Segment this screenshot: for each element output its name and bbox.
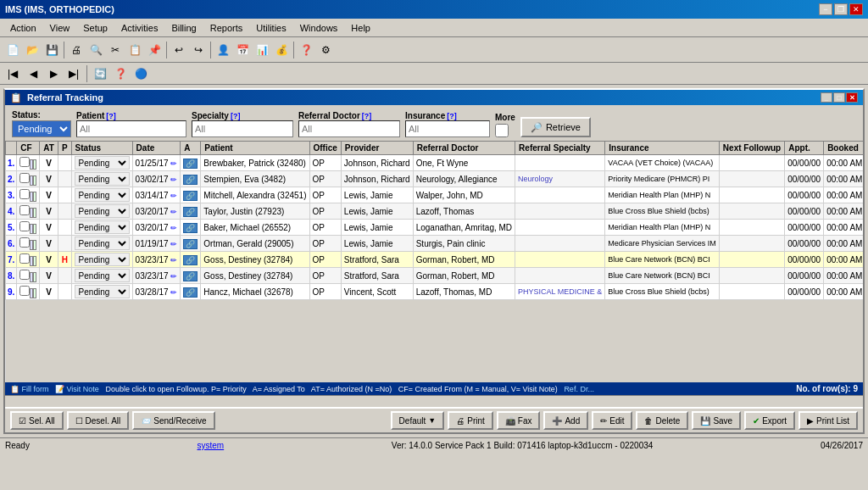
fill-form-link[interactable]: 📋 Fill form xyxy=(10,385,49,393)
row-status-select[interactable]: Pending xyxy=(75,253,130,266)
row-ref-icon[interactable]: 🔗 xyxy=(183,191,198,201)
sel-all-button[interactable]: ☑ Sel. All xyxy=(10,411,64,430)
desel-all-button[interactable]: ☐ Desel. All xyxy=(67,411,130,430)
patient-input[interactable] xyxy=(76,120,186,137)
edit-button[interactable]: ✏ Edit xyxy=(592,411,632,430)
referral-doctor-input[interactable] xyxy=(298,120,400,137)
row-checkbox[interactable] xyxy=(19,221,30,231)
fax-button[interactable]: 📠 Fax xyxy=(497,411,541,430)
row-checkbox[interactable] xyxy=(19,253,30,264)
open-btn[interactable]: 📂 xyxy=(23,41,42,59)
row-edit-icon[interactable]: ✏ xyxy=(170,288,177,297)
print-list-button[interactable]: ▶ Print List xyxy=(798,411,858,430)
row-edit-icon[interactable]: ✏ xyxy=(170,272,177,281)
system-link[interactable]: system xyxy=(198,441,225,450)
close-button[interactable]: ✕ xyxy=(849,3,863,15)
menu-setup[interactable]: Setup xyxy=(76,21,114,35)
row-status-select[interactable]: Pending xyxy=(75,220,130,234)
row-ref-icon[interactable]: 🔗 xyxy=(183,159,198,169)
row-checkbox[interactable] xyxy=(19,189,30,199)
retrieve-button[interactable]: 🔎 Retrieve xyxy=(520,117,591,137)
more-checkbox[interactable] xyxy=(495,124,509,137)
insurance-input[interactable] xyxy=(405,120,490,137)
delete-button[interactable]: 🗑 Delete xyxy=(636,411,688,430)
row-checkbox[interactable] xyxy=(19,157,30,167)
help2-btn[interactable]: ❓ xyxy=(111,64,130,83)
export-button[interactable]: ✔ Export xyxy=(744,411,795,430)
specialty-input[interactable] xyxy=(192,120,293,137)
table-row[interactable]: 8. V Pending 03/23/17 ✏ 🔗 Goss, Destiney… xyxy=(6,268,864,284)
row-ref-icon[interactable]: 🔗 xyxy=(183,223,198,233)
row-status-select[interactable]: Pending xyxy=(75,204,130,218)
cut-btn[interactable]: ✂ xyxy=(106,41,125,59)
preview-btn[interactable]: 🔍 xyxy=(86,41,105,59)
referral-doctor-help-icon[interactable]: [?] xyxy=(362,112,372,120)
next-btn[interactable]: ▶ xyxy=(44,64,63,83)
row-ref-icon[interactable]: 🔗 xyxy=(183,287,198,298)
specialty-help-icon[interactable]: [?] xyxy=(231,112,241,120)
table-row[interactable]: 3. V Pending 03/14/17 ✏ 🔗 Mitchell, Alex… xyxy=(6,187,864,203)
patient-btn[interactable]: 👤 xyxy=(214,41,232,59)
row-status-select[interactable]: Pending xyxy=(75,285,130,298)
row-status-select[interactable]: Pending xyxy=(75,172,130,186)
copy-btn[interactable]: 📋 xyxy=(125,41,144,59)
add-button[interactable]: ➕ Add xyxy=(543,411,588,430)
row-checkbox[interactable] xyxy=(19,286,30,296)
save-button[interactable]: 💾 Save xyxy=(692,411,741,430)
row-status-select[interactable]: Pending xyxy=(75,237,130,250)
default-button[interactable]: Default ▼ xyxy=(391,411,445,430)
row-ref-icon[interactable]: 🔗 xyxy=(183,271,198,281)
scroll-row[interactable] xyxy=(5,395,863,407)
refresh-btn[interactable]: 🔄 xyxy=(91,64,109,83)
patient-help-icon[interactable]: [?] xyxy=(106,112,116,120)
table-row[interactable]: 7. V H Pending 03/23/17 ✏ 🔗 Goss, Destin… xyxy=(6,252,864,268)
minimize-button[interactable]: − xyxy=(819,3,832,15)
menu-view[interactable]: View xyxy=(43,21,77,35)
prev-btn[interactable]: ◀ xyxy=(24,64,42,83)
status-select[interactable]: Pending Active Closed xyxy=(12,120,71,137)
row-edit-icon[interactable]: ✏ xyxy=(170,256,177,264)
extra-btn[interactable]: 🔵 xyxy=(131,64,150,83)
restore-button[interactable]: ❐ xyxy=(834,3,848,15)
menu-activities[interactable]: Activities xyxy=(114,21,164,35)
visit-note-link[interactable]: 📝 Visit Note xyxy=(55,385,99,393)
paste-btn[interactable]: 📌 xyxy=(145,41,164,59)
row-status-select[interactable]: Pending xyxy=(75,156,130,170)
billing-btn[interactable]: 💰 xyxy=(272,41,291,59)
menu-help[interactable]: Help xyxy=(344,21,377,35)
menu-reports[interactable]: Reports xyxy=(203,21,250,35)
row-status-select[interactable]: Pending xyxy=(75,269,130,282)
row-edit-icon[interactable]: ✏ xyxy=(170,224,177,232)
row-edit-icon[interactable]: ✏ xyxy=(170,192,177,200)
menu-utilities[interactable]: Utilities xyxy=(249,21,292,35)
table-row[interactable]: 6. V Pending 01/19/17 ✏ 🔗 Ortman, Gerald… xyxy=(6,236,864,252)
settings-btn[interactable]: ⚙ xyxy=(316,41,335,59)
win-minimize[interactable]: _ xyxy=(821,92,832,103)
row-ref-icon[interactable]: 🔗 xyxy=(183,255,198,265)
table-row[interactable]: 1. V Pending 01/25/17 ✏ 🔗 Brewbaker, Pat… xyxy=(6,155,864,171)
win-close[interactable]: ✕ xyxy=(846,92,858,103)
menu-billing[interactable]: Billing xyxy=(164,21,203,35)
table-row[interactable]: 9. V Pending 03/28/17 ✏ 🔗 Hancz, Michael… xyxy=(6,284,864,300)
row-edit-icon[interactable]: ✏ xyxy=(170,159,177,168)
row-edit-icon[interactable]: ✏ xyxy=(170,175,177,184)
send-receive-button[interactable]: 📨 Send/Receive xyxy=(132,411,214,430)
table-row[interactable]: 4. V Pending 03/20/17 ✏ 🔗 Taylor, Justin… xyxy=(6,203,864,220)
win-restore[interactable]: □ xyxy=(833,92,845,103)
row-edit-icon[interactable]: ✏ xyxy=(170,208,177,216)
menu-windows[interactable]: Windows xyxy=(293,21,345,35)
table-row[interactable]: 2. V Pending 03/02/17 ✏ 🔗 Stempien, Eva … xyxy=(6,171,864,187)
redo-btn[interactable]: ↪ xyxy=(189,41,208,59)
save-toolbar-btn[interactable]: 💾 xyxy=(42,41,61,59)
insurance-help-icon[interactable]: [?] xyxy=(447,112,457,120)
row-checkbox[interactable] xyxy=(19,173,30,183)
schedule-btn[interactable]: 📅 xyxy=(233,41,252,59)
row-checkbox[interactable] xyxy=(19,237,30,248)
new-btn[interactable]: 📄 xyxy=(3,41,22,59)
row-ref-icon[interactable]: 🔗 xyxy=(183,207,198,217)
row-checkbox[interactable] xyxy=(19,270,30,280)
print-button[interactable]: 🖨 Print xyxy=(448,411,493,430)
last-btn[interactable]: ▶| xyxy=(64,64,83,83)
row-edit-icon[interactable]: ✏ xyxy=(170,240,177,248)
table-row[interactable]: 5. V Pending 03/20/17 ✏ 🔗 Baker, Michael… xyxy=(6,220,864,236)
